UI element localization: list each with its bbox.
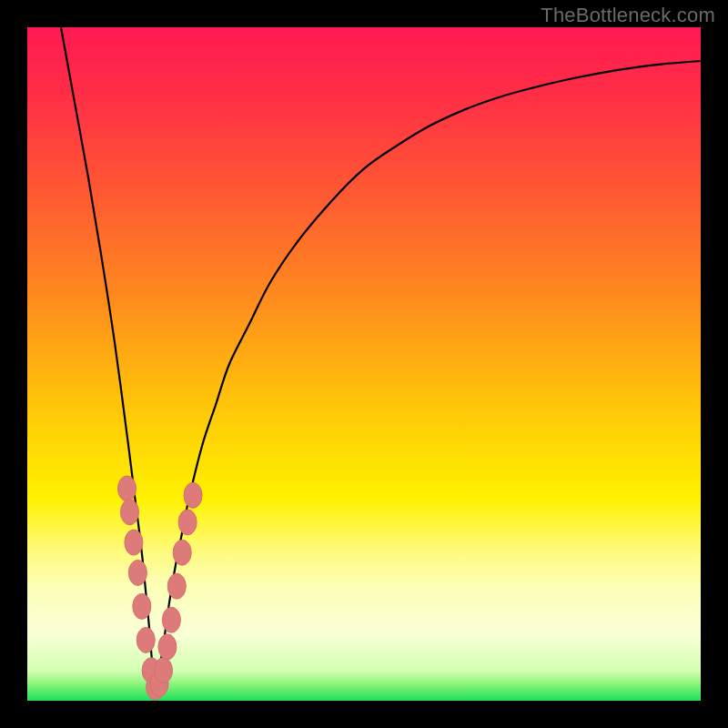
data-marker bbox=[133, 593, 151, 619]
data-marker bbox=[173, 540, 191, 565]
data-marker bbox=[120, 500, 138, 525]
data-marker bbox=[136, 627, 155, 652]
data-marker bbox=[184, 482, 202, 508]
bottleneck-chart bbox=[27, 27, 701, 701]
watermark-text: TheBottleneck.com bbox=[541, 4, 715, 27]
gradient-background bbox=[27, 27, 701, 701]
data-marker bbox=[128, 560, 147, 585]
data-marker bbox=[125, 530, 143, 555]
data-marker bbox=[167, 573, 186, 599]
data-marker bbox=[162, 607, 180, 632]
plot-area bbox=[27, 27, 701, 701]
data-marker bbox=[178, 510, 197, 535]
data-marker bbox=[158, 634, 177, 660]
data-marker bbox=[118, 476, 136, 501]
data-marker bbox=[154, 658, 172, 683]
chart-frame: TheBottleneck.com bbox=[0, 0, 728, 728]
